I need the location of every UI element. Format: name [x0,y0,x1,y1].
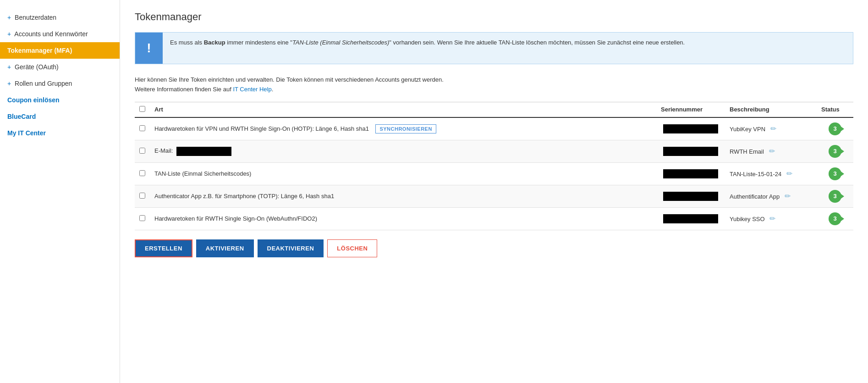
row5-desc-cell: Yubikey SSO ✏ [725,207,817,230]
row2-serial-cell [656,140,725,162]
row4-desc-cell: Authentificator App ✏ [725,185,817,207]
th-checkbox [135,102,150,117]
row3-desc-cell: TAN-Liste-15-01-24 ✏ [725,162,817,185]
main-content: Tokenmanager ! Es muss als Backup immer … [120,0,868,383]
redacted-serial [663,124,718,133]
table-row: Hardwaretoken für RWTH Single Sign-On (W… [135,207,853,230]
row3-art-cell: TAN-Liste (Einmal Sicherheitscodes) [150,162,656,185]
row1-desc-cell: YubiKey VPN ✏ [725,117,817,140]
table-row: E-Mail: RWTH Email ✏ 3 [135,140,853,162]
edit-icon[interactable]: ✏ [770,125,776,133]
th-seriennummer: Seriennummer [656,102,725,117]
sync-button[interactable]: SYNCHRONISIEREN [375,124,436,133]
th-beschreibung: Beschreibung [725,102,817,117]
row2-checkbox[interactable] [139,148,145,154]
sidebar-item-accounts[interactable]: + Accounts und Kennwörter [0,26,120,42]
status-badge: 3 [829,145,841,158]
row2-desc-cell: RWTH Email ✏ [725,140,817,162]
edit-icon[interactable]: ✏ [769,215,775,222]
row1-status-cell: 3 [817,117,853,140]
row4-status-cell: 3 [817,185,853,207]
status-badge: 3 [829,190,841,203]
redacted-serial [663,147,718,156]
row5-art-cell: Hardwaretoken für RWTH Single Sign-On (W… [150,207,656,230]
th-art: Art [150,102,656,117]
row1-checkbox-cell [135,117,150,140]
row5-checkbox[interactable] [139,215,145,221]
sidebar: + Benutzerdaten + Accounts und Kennwörte… [0,0,120,383]
row5-serial-cell [656,207,725,230]
sidebar-item-rollen[interactable]: + Rollen und Gruppen [0,75,120,92]
sidebar-item-benutzerdaten[interactable]: + Benutzerdaten [0,9,120,26]
deaktivieren-button[interactable]: DEAKTIVIEREN [258,239,324,257]
th-status: Status [817,102,853,117]
status-badge: 3 [829,167,841,180]
row4-serial-cell [656,185,725,207]
page-title: Tokenmanager [135,11,853,23]
row3-status-cell: 3 [817,162,853,185]
redacted-email [176,147,231,156]
redacted-serial [663,214,718,223]
loeschen-button[interactable]: LÖSCHEN [327,239,377,257]
alert-text: Es muss als Backup immer mindestens eine… [163,33,692,64]
row3-serial-cell [656,162,725,185]
row4-checkbox[interactable] [139,193,145,199]
row1-serial-cell [656,117,725,140]
alert-box: ! Es muss als Backup immer mindestens ei… [135,32,853,64]
sidebar-item-bluecard[interactable]: BlueCard [0,108,120,125]
status-badge: 3 [829,122,841,135]
action-buttons: ERSTELLEN AKTIVIEREN DEAKTIVIEREN LÖSCHE… [135,239,853,257]
erstellen-button[interactable]: ERSTELLEN [135,239,192,257]
row3-checkbox[interactable] [139,170,145,176]
status-badge: 3 [829,212,841,225]
edit-icon[interactable]: ✏ [786,170,792,178]
row5-status-cell: 3 [817,207,853,230]
edit-icon[interactable]: ✏ [769,147,775,155]
select-all-checkbox[interactable] [139,106,145,112]
aktivieren-button[interactable]: AKTIVIEREN [196,239,254,257]
plus-icon: + [7,63,11,71]
plus-icon: + [7,80,11,87]
edit-icon[interactable]: ✏ [785,192,791,200]
redacted-serial [663,192,718,201]
row4-art-cell: Authenticator App z.B. für Smartphone (T… [150,185,656,207]
sidebar-item-tokenmanager[interactable]: Tokenmanager (MFA) [0,42,120,59]
row1-checkbox[interactable] [139,125,145,131]
sidebar-item-geraete[interactable]: + Geräte (OAuth) [0,59,120,75]
table-row: Hardwaretoken für VPN und RWTH Single Si… [135,117,853,140]
itcenter-help-link[interactable]: IT Center Help [233,86,271,93]
table-row: TAN-Liste (Einmal Sicherheitscodes) TAN-… [135,162,853,185]
plus-icon: + [7,14,11,21]
info-text: Hier können Sie Ihre Token einrichten un… [135,75,853,94]
alert-icon-area: ! [135,33,163,64]
redacted-serial [663,169,718,178]
row1-art-cell: Hardwaretoken für VPN und RWTH Single Si… [150,117,656,140]
row2-status-cell: 3 [817,140,853,162]
sidebar-item-coupon[interactable]: Coupon einlösen [0,92,120,108]
token-table: Art Seriennummer Beschreibung Status [135,102,853,230]
exclamation-icon: ! [147,41,151,56]
table-row: Authenticator App z.B. für Smartphone (T… [135,185,853,207]
row2-art-cell: E-Mail: [150,140,656,162]
sidebar-item-myitcenter[interactable]: My IT Center [0,125,120,141]
plus-icon: + [7,30,11,38]
